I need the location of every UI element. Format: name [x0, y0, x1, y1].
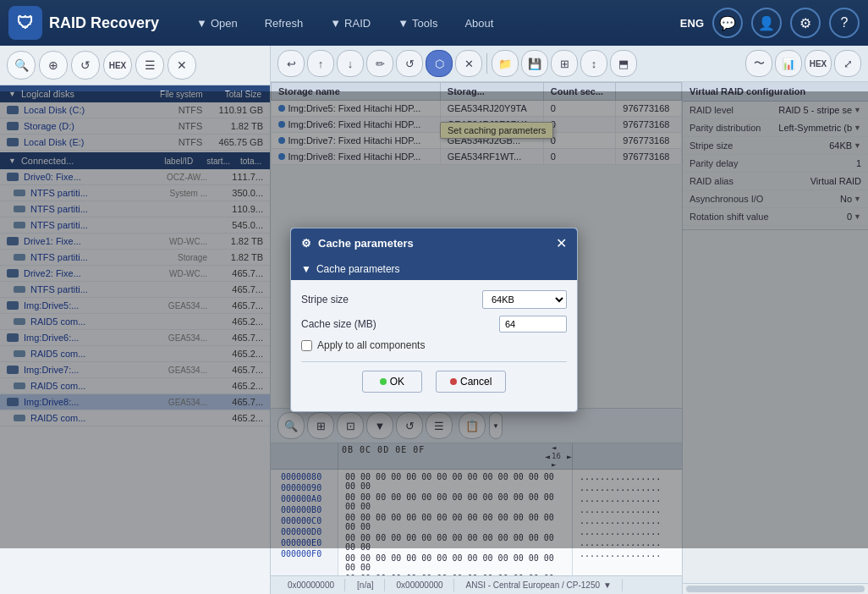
- raid-remove-button[interactable]: ✕: [455, 50, 482, 77]
- search-button[interactable]: 🔍: [7, 51, 36, 80]
- cache-dialog: ⚙ Cache parameters ✕ ▼ Cache parameters …: [290, 228, 578, 412]
- hex-value: [n/a]: [347, 579, 384, 591]
- dialog-title-bar: ⚙ Cache parameters ✕: [291, 228, 577, 258]
- cache-label: Cache size (MB): [301, 318, 499, 330]
- raid-hex2-button[interactable]: HEX: [805, 50, 832, 77]
- hex-ascii-row: ................: [576, 548, 678, 559]
- nav-menu: ▼ Open Refresh ▼ RAID ▼ Tools About: [184, 12, 673, 35]
- hex-bytes-row: 00 00 00 00 00 00 00 00 00 00 00 00 00 0…: [342, 553, 569, 573]
- cache-control: [499, 316, 567, 333]
- dialog-overlay: ⚙ Cache parameters ✕ ▼ Cache parameters …: [0, 91, 868, 548]
- stripe-control: 64KB 32KB 128KB: [482, 290, 567, 309]
- main-area: 🔍 ⊕ ↺ HEX ☰ ✕ ▼ Logical disks File syste…: [0, 46, 868, 594]
- raid-grid-button[interactable]: ⊞: [551, 50, 578, 77]
- vraid-scrollbar-area: [683, 583, 868, 594]
- hex-button[interactable]: HEX: [103, 51, 132, 80]
- raid-toolbar: ↩ ↑ ↓ ✏ ↺ ⬡ ✕ 📁 💾 ⊞ ↕ ⬒ 〜 📊 HEX ⤢: [271, 46, 868, 82]
- raid-refresh-button[interactable]: ↺: [396, 50, 423, 77]
- toolbar-separator-1: [486, 53, 487, 74]
- dialog-cancel-button[interactable]: Cancel: [436, 371, 506, 393]
- app-title: RAID Recovery: [49, 14, 159, 32]
- fingerprint-button[interactable]: ⊕: [39, 51, 68, 80]
- hex-offset: 0x00000000: [277, 579, 345, 591]
- raid-swap-button[interactable]: ↕: [580, 50, 607, 77]
- raid-save-button[interactable]: 💾: [521, 50, 548, 77]
- nav-open[interactable]: ▼ Open: [184, 12, 250, 35]
- raid-edit-button[interactable]: ✏: [366, 50, 393, 77]
- nav-refresh[interactable]: Refresh: [253, 12, 316, 35]
- dialog-title-text: Cache parameters: [318, 237, 414, 250]
- vraid-scroll-indicator[interactable]: [686, 586, 865, 592]
- refresh-button[interactable]: ↺: [71, 51, 100, 80]
- dialog-cache-row: Cache size (MB): [301, 316, 567, 333]
- raid-chart-button[interactable]: 📊: [775, 50, 802, 77]
- nav-tools[interactable]: ▼ Tools: [386, 12, 449, 35]
- settings-button[interactable]: ⚙: [790, 8, 821, 38]
- close-button[interactable]: ✕: [168, 51, 196, 80]
- hex-address-cell: 000000F0: [276, 548, 332, 559]
- raid-down-button[interactable]: ↓: [337, 50, 364, 77]
- raid-wave-button[interactable]: 〜: [745, 50, 772, 77]
- stripe-select[interactable]: 64KB 32KB 128KB: [482, 290, 567, 309]
- dialog-icon: ⚙: [301, 237, 311, 250]
- dialog-section-header: ▼ Cache parameters: [291, 258, 577, 280]
- raid-cache-button[interactable]: ⬡: [426, 50, 453, 77]
- cache-input[interactable]: [499, 316, 567, 333]
- dialog-ok-button[interactable]: OK: [362, 371, 422, 393]
- raid-folder-button[interactable]: 📁: [492, 50, 519, 77]
- header-right: ENG 💬 👤 ⚙ ?: [680, 8, 860, 38]
- hex-address: 0x00000000: [387, 579, 454, 591]
- ok-label: OK: [390, 376, 404, 388]
- stripe-label: Stripe size: [301, 294, 482, 305]
- dialog-body: Stripe size 64KB 32KB 128KB Cache size (…: [291, 280, 577, 411]
- tools-arrow: ▼: [398, 17, 409, 30]
- hex-status-bar: 0x00000000 [n/a] 0x00000000 ANSI - Centr…: [271, 575, 682, 594]
- cancel-label: Cancel: [460, 376, 492, 388]
- dialog-section-arrow: ▼: [301, 263, 311, 275]
- dialog-footer: OK Cancel: [301, 361, 567, 401]
- app-header: 🛡 RAID Recovery ▼ Open Refresh ▼ RAID ▼ …: [0, 0, 868, 46]
- ok-dot: [380, 378, 387, 385]
- open-arrow: ▼: [196, 17, 207, 30]
- cancel-dot: [450, 378, 457, 385]
- app-logo: 🛡 RAID Recovery: [8, 6, 178, 40]
- dialog-close-button[interactable]: ✕: [556, 235, 567, 251]
- apply-all-label: Apply to all components: [317, 339, 425, 351]
- nav-raid[interactable]: ▼ RAID: [318, 12, 382, 35]
- dialog-stripe-row: Stripe size 64KB 32KB 128KB: [301, 290, 567, 309]
- dialog-checkbox-row: Apply to all components: [301, 339, 567, 351]
- raid-back-button[interactable]: ↩: [277, 50, 305, 77]
- dialog-section-label: Cache parameters: [316, 263, 400, 275]
- hex-encoding: ANSI - Central European / CP-1250 ▼: [456, 579, 623, 591]
- left-toolbar: 🔍 ⊕ ↺ HEX ☰ ✕: [0, 46, 270, 85]
- raid-up-button[interactable]: ↑: [307, 50, 334, 77]
- logo-icon: 🛡: [8, 6, 42, 40]
- language-selector[interactable]: ENG: [680, 17, 704, 30]
- raid-expand-button[interactable]: ⤢: [834, 50, 861, 77]
- user-button[interactable]: 👤: [751, 8, 782, 38]
- raid-arrow: ▼: [330, 17, 341, 30]
- list-button[interactable]: ☰: [135, 51, 164, 80]
- help-button[interactable]: ?: [829, 8, 860, 38]
- chat-button[interactable]: 💬: [712, 8, 743, 38]
- nav-about[interactable]: About: [453, 12, 505, 35]
- raid-layer-button[interactable]: ⬒: [610, 50, 637, 77]
- apply-all-checkbox[interactable]: [301, 340, 312, 351]
